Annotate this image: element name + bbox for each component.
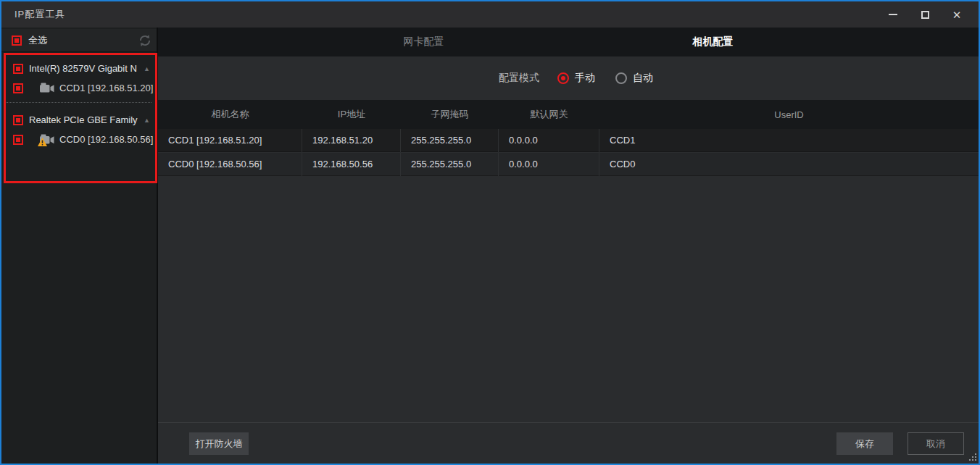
app-window: IP配置工具 ✕ 全选 [0,0,980,465]
collapse-arrow-icon[interactable]: ▲ [144,65,150,72]
window-controls: ✕ [877,1,973,28]
select-all-row: 全选 [1,29,157,52]
window-border-left [0,0,1,465]
radio-unselected-icon [615,72,627,84]
cell-ip: 192.168.50.56 [302,153,401,176]
warning-triangle-icon [38,138,47,146]
save-button[interactable]: 保存 [836,432,893,455]
checkbox-check [16,118,20,122]
camera-label: CCD0 [192.168.50.56] [59,134,153,145]
cell-subnet: 255.255.255.0 [401,153,499,176]
window-border-top [0,0,980,1]
cell-camera-name: CCD1 [192.168.51.20] [158,129,302,152]
camera-label: CCD1 [192.168.51.20] [59,83,153,93]
table-header: 相机名称 IP地址 子网掩码 默认网关 UserID [158,100,979,129]
tab-bar: 网卡配置 相机配置 [158,28,979,56]
cell-camera-name: CCD0 [192.168.50.56] [158,153,302,176]
checkbox-check [16,86,20,91]
close-button[interactable]: ✕ [941,1,973,28]
title-bar: IP配置工具 ✕ [1,1,979,28]
minimize-button[interactable] [877,1,909,28]
camera-checkbox[interactable] [13,83,23,93]
window-title: IP配置工具 [14,8,65,21]
adapter-checkbox[interactable] [13,64,23,74]
checkbox-check [14,38,19,43]
cell-gateway: 0.0.0.0 [499,129,599,152]
cancel-button[interactable]: 取消 [908,432,964,455]
radio-selected-icon [557,72,569,84]
config-mode-label: 配置模式 [499,72,539,85]
maximize-icon [921,11,929,19]
adapter-name: Realtek PCIe GBE Family C [29,114,139,125]
adapter-item-intel[interactable]: Intel(R) 82579V Gigabit N ▲ [1,59,157,78]
tree-separator [7,102,151,103]
radio-manual-label: 手动 [575,72,595,85]
table-row[interactable]: CCD0 [192.168.50.56] 192.168.50.56 255.2… [158,153,979,176]
column-header-subnet: 子网掩码 [401,108,499,121]
camera-icon [40,83,54,93]
config-mode-row: 配置模式 手动 自动 [158,56,979,100]
tab-network-config[interactable]: 网卡配置 [279,28,568,56]
table-row[interactable]: CCD1 [192.168.51.20] 192.168.51.20 255.2… [158,129,979,152]
radio-auto[interactable]: 自动 [615,72,653,85]
adapter-item-realtek[interactable]: Realtek PCIe GBE Family C ▲ [1,110,157,130]
cell-userid: CCD0 [599,153,979,176]
cell-subnet: 255.255.255.0 [401,129,499,152]
main-panel: 网卡配置 相机配置 配置模式 手动 自动 相机名称 IP地址 子网掩码 默认网关… [158,28,979,464]
cell-userid: CCD1 [599,129,979,152]
checkbox-check [16,67,20,71]
camera-checkbox[interactable] [13,135,23,145]
cell-ip: 192.168.51.20 [302,129,401,152]
camera-item-ccd0[interactable]: CCD0 [192.168.50.56] [1,130,157,149]
checkbox-check [16,138,20,142]
open-firewall-button[interactable]: 打开防火墙 [189,432,249,455]
maximize-button[interactable] [909,1,941,28]
refresh-button[interactable] [138,34,151,47]
column-header-camera-name: 相机名称 [158,108,302,121]
refresh-icon [138,34,151,47]
minimize-icon [889,14,897,15]
column-header-userid: UserID [599,109,979,120]
adapter-checkbox[interactable] [13,115,23,125]
collapse-arrow-icon[interactable]: ▲ [144,117,150,124]
select-all-label: 全选 [28,34,47,47]
column-header-ip: IP地址 [302,108,401,121]
resize-grip[interactable] [968,452,976,461]
tab-camera-config[interactable]: 相机配置 [568,28,858,56]
column-header-gateway: 默认网关 [499,108,599,121]
device-tree-panel: 全选 Intel(R) 82579V Gigabit N ▲ [1,28,157,464]
cell-gateway: 0.0.0.0 [499,153,599,176]
adapter-name: Intel(R) 82579V Gigabit N [29,63,137,74]
camera-warning-icon [40,134,54,145]
camera-item-ccd1[interactable]: CCD1 [192.168.51.20] [1,78,157,98]
footer-bar: 打开防火墙 保存 取消 [158,422,979,464]
select-all-checkbox[interactable] [12,35,22,46]
radio-manual[interactable]: 手动 [557,72,595,85]
radio-auto-label: 自动 [633,72,653,85]
close-icon: ✕ [952,9,962,20]
